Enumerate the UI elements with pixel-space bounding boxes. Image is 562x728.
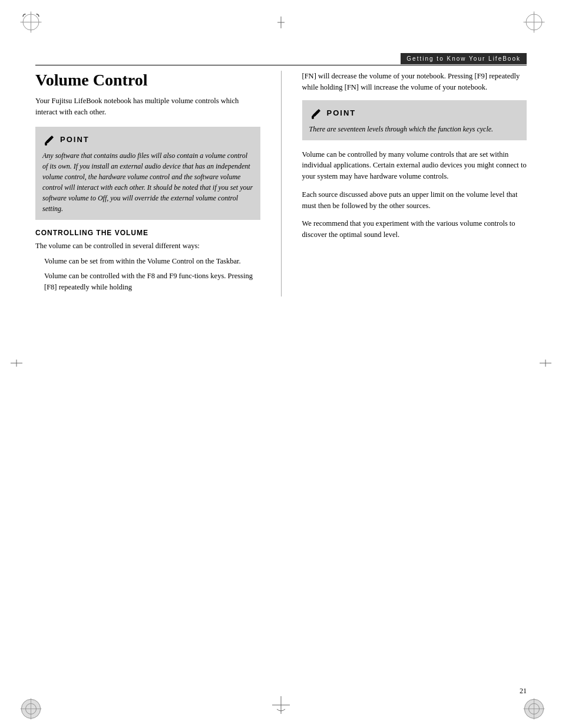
point-text-left: Any software that contains audio files w…: [42, 150, 253, 214]
controlling-volume-section: CONTROLLING THE VOLUME The volume can be…: [35, 229, 260, 293]
right-center-mark: [540, 360, 551, 369]
corner-mark-tr: [521, 9, 544, 32]
point-header-right: POINT: [309, 106, 520, 120]
left-center-mark: [11, 360, 22, 369]
right-para4: We recommend that you experiment with th…: [302, 218, 527, 241]
column-divider: [281, 71, 282, 297]
content-area: Volume Control Your Fujitsu LifeBook not…: [35, 71, 527, 681]
left-column: Volume Control Your Fujitsu LifeBook not…: [35, 71, 263, 297]
point-text-right: There are seventeen levels through which…: [309, 124, 520, 134]
header-text: Getting to Know Your LifeBook: [406, 55, 521, 62]
page: Getting to Know Your LifeBook Volume Con…: [0, 0, 562, 728]
intro-text: Your Fujitsu LifeBook notebook has multi…: [35, 95, 260, 118]
top-rule: [35, 65, 527, 65]
section-intro: The volume can be controlled in several …: [35, 241, 260, 252]
right-column: [FN] will decrease the volume of your no…: [299, 71, 527, 297]
point-header-left: POINT: [42, 133, 253, 147]
svg-point-20: [45, 143, 47, 146]
point-icon-right: [309, 106, 323, 120]
bottom-center-mark: [272, 696, 290, 716]
two-column-layout: Volume Control Your Fujitsu LifeBook not…: [35, 71, 527, 297]
header-bar: Getting to Know Your LifeBook: [401, 53, 527, 64]
point-icon-left: [42, 133, 57, 147]
right-para3: Each source discussed above puts an uppe…: [302, 189, 527, 212]
point-box-right: POINT There are seventeen levels through…: [302, 100, 527, 140]
point-box-left: POINT Any software that contains audio f…: [35, 127, 260, 220]
point-label-left: POINT: [60, 135, 90, 144]
point-label-right: POINT: [327, 108, 356, 117]
corner-mark-tl: [18, 9, 41, 32]
section-item2: Volume can be controlled with the F8 and…: [44, 271, 260, 293]
top-center-mark: [277, 17, 285, 31]
page-title: Volume Control: [35, 71, 260, 90]
section-heading: CONTROLLING THE VOLUME: [35, 229, 260, 237]
section-item1: Volume can be set from within the Volume…: [44, 256, 260, 267]
corner-mark-br: [521, 696, 544, 719]
right-para2: Volume can be controlled by many volume …: [302, 149, 527, 182]
svg-point-21: [312, 117, 314, 119]
page-number: 21: [520, 687, 527, 696]
right-para1: [FN] will decrease the volume of your no…: [302, 71, 527, 93]
corner-mark-bl: [18, 696, 41, 719]
